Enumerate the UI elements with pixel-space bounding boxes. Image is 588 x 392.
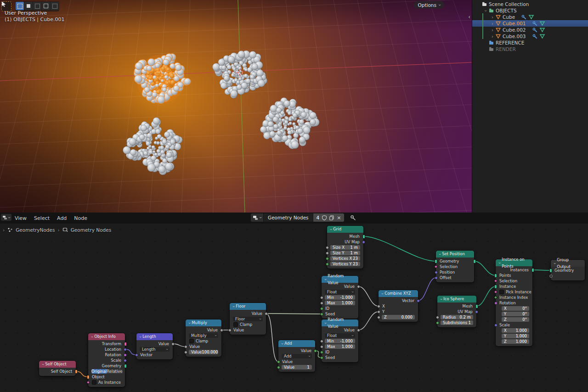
dropdown-float[interactable]: Float› [325, 333, 355, 338]
checkbox[interactable] [189, 339, 194, 343]
select-box-icon[interactable] [24, 2, 33, 10]
toggle-relative[interactable]: Relative [107, 369, 122, 374]
select-subtract-icon[interactable] [42, 2, 50, 10]
users-count-badge[interactable]: 4 [317, 215, 320, 220]
node-multiply[interactable]: ›MultiplyValueMultiply›ClampValueValue10… [186, 319, 221, 357]
dropdown-add[interactable]: Add› [282, 354, 312, 358]
socket-int[interactable] [277, 366, 280, 369]
3d-viewport[interactable]: User Perspective (1) OBJECTS | Cube.001 … [0, 0, 472, 213]
collapse-icon[interactable]: › [138, 336, 142, 337]
wrench-modifier-icon[interactable] [532, 34, 537, 39]
node-combine-xyz[interactable]: ›Combine XYZVectorXYZ0.000 [379, 290, 418, 322]
node-random-value-2[interactable]: ›Random ValueValueFloat›Min-1.000Max1.00… [322, 319, 358, 362]
disclosure-arrow[interactable]: › [490, 34, 495, 39]
socket-float[interactable] [320, 302, 323, 305]
socket-float[interactable] [320, 340, 323, 343]
value-field-z[interactable]: Z0.000 [382, 315, 415, 319]
node-header[interactable]: ›Random Value [322, 276, 358, 283]
socket-int[interactable] [277, 360, 280, 364]
socket-geometry[interactable] [531, 268, 534, 272]
node-header[interactable]: ›Length [136, 333, 173, 340]
socket-float[interactable] [184, 345, 187, 348]
options-button[interactable]: Options › [414, 1, 444, 9]
node-group-output[interactable]: ›Group OutputGeometry [551, 260, 585, 280]
value-field-x[interactable]: X1.000 [502, 328, 529, 333]
sidebar-toggle-arrow[interactable]: ‹ [468, 14, 470, 20]
collapse-icon[interactable]: › [232, 306, 235, 307]
nodetree-badge-icon[interactable] [529, 15, 534, 19]
collapse-icon[interactable]: › [438, 253, 441, 255]
node-grid[interactable]: ›GridMeshUV MapSize X1 mSize Y1 mVertice… [327, 226, 363, 269]
socket-float[interactable] [377, 316, 380, 319]
socket-geometry[interactable] [435, 259, 437, 263]
disclosure-arrow[interactable]: › [483, 8, 488, 13]
checkbox[interactable] [499, 290, 504, 294]
disclosure-arrow[interactable]: › [490, 15, 495, 20]
value-field-z[interactable]: Z1.000 [502, 339, 529, 344]
node-header[interactable]: ›Set Position [436, 251, 474, 258]
socket-geometry[interactable] [494, 285, 497, 289]
nodetree-badge-icon[interactable] [540, 21, 545, 26]
socket-float[interactable] [377, 305, 380, 308]
wrench-modifier-icon[interactable] [521, 15, 526, 20]
socket-vector[interactable] [475, 310, 478, 314]
collapse-icon[interactable]: › [439, 298, 443, 300]
node-header[interactable]: ›Grid [327, 226, 363, 233]
browse-tree-button[interactable]: › [251, 213, 263, 222]
value-field-y[interactable]: Y1.000 [502, 334, 529, 338]
pin-icon[interactable] [350, 215, 356, 221]
collapse-icon[interactable]: › [41, 364, 45, 365]
socket-geometry[interactable] [475, 304, 478, 308]
socket-object[interactable] [75, 370, 78, 374]
socket-vector[interactable] [417, 299, 420, 302]
point-cluster[interactable] [123, 118, 183, 175]
node-header[interactable]: ›Ico Sphere [437, 296, 476, 302]
socket-vector[interactable] [362, 241, 365, 244]
disclosure-arrow[interactable]: › [490, 21, 495, 26]
collapse-icon[interactable]: › [323, 279, 327, 280]
socket-vector[interactable] [124, 359, 127, 362]
collapse-icon[interactable]: › [187, 322, 191, 324]
socket-int[interactable] [326, 257, 329, 260]
value-field-size-y[interactable]: Size Y1 m [330, 251, 360, 255]
select-extend-icon[interactable] [33, 2, 41, 10]
collapse-icon[interactable]: › [280, 343, 284, 344]
dropdown-float[interactable]: Float› [325, 290, 355, 294]
menu-view[interactable]: View [11, 215, 30, 221]
socket-float[interactable] [326, 252, 329, 255]
checkbox[interactable] [92, 380, 96, 385]
editor-type-dropdown[interactable]: › [1, 214, 11, 221]
node-floor[interactable]: ›FloorValueFloor›ClampValue [230, 303, 266, 335]
geometry-node-editor[interactable]: ›Self ObjectSelf Object›Object InfoTrans… [0, 213, 588, 392]
socket-int[interactable] [320, 313, 323, 316]
disclosure-arrow[interactable]: › [490, 28, 495, 33]
socket-float[interactable] [326, 246, 329, 249]
collapse-icon[interactable]: › [329, 229, 333, 230]
select-intersect-icon[interactable] [51, 2, 59, 10]
socket-rotation[interactable] [494, 302, 498, 305]
value-field-z[interactable]: Z0° [502, 317, 529, 322]
value-field-radius[interactable]: Radius0.2 m [441, 315, 473, 319]
menu-select[interactable]: Select [30, 215, 53, 221]
outliner-row[interactable]: Scene Collection [472, 1, 588, 7]
collapse-icon[interactable]: › [553, 263, 556, 264]
socket-int[interactable] [320, 351, 323, 354]
value-field-vertices-x[interactable]: Vertices X23 [330, 256, 360, 261]
value-field-max[interactable]: Max1.000 [325, 301, 355, 305]
socket-float[interactable] [320, 345, 323, 348]
node-header[interactable]: ›Floor [230, 303, 266, 310]
dropdown-length[interactable]: Length› [140, 347, 170, 352]
socket-geometry[interactable] [494, 274, 497, 278]
checkbox[interactable] [233, 322, 238, 327]
outliner-row[interactable]: ›Cube.001 [472, 20, 588, 27]
value-field-min[interactable]: Min-1.000 [325, 339, 355, 343]
socket-vector[interactable] [124, 348, 127, 351]
node-header[interactable]: ›Random Value [322, 319, 358, 326]
value-field-size-x[interactable]: Size X1 m [330, 245, 360, 250]
dropdown-floor[interactable]: Floor› [233, 317, 263, 321]
socket-float[interactable] [377, 310, 380, 314]
collapse-icon[interactable]: › [380, 293, 384, 294]
socket-int[interactable] [320, 356, 323, 359]
socket-vector[interactable] [135, 353, 138, 357]
socket-float[interactable] [265, 312, 268, 315]
